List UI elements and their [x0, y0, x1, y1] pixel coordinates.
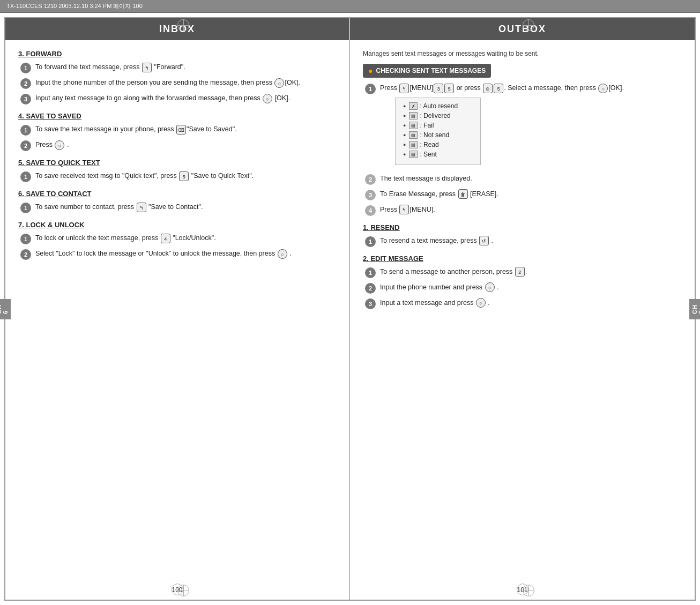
step-row: 1 To resend a text message, press ↺ .: [365, 236, 682, 247]
step-num-2: 2: [20, 249, 31, 260]
status-label: : Delivered: [420, 112, 450, 119]
status-icon-read: ▤: [409, 141, 418, 148]
step-row: 3 Input a text message and press ○ .: [365, 298, 682, 309]
step-row: 1 To save the text message in your phone…: [20, 124, 336, 136]
checking-sent-label: CHECKING SENT TEXT MESSAGES: [376, 67, 486, 74]
status-list-box: ✗ : Auto resend ▤ : Delivered ▤ : Fail: [395, 98, 481, 165]
status-icon-delivered: ▤: [409, 112, 418, 119]
ok-icon: ○: [263, 94, 272, 103]
step-text: Press ↰[MENU]35 or press ⊙5. Select a me…: [380, 83, 682, 93]
step-num-1: 1: [20, 171, 31, 182]
section-save-saved: 4. SAVE TO SAVED: [18, 112, 336, 120]
status-item: ▤ : Fail: [403, 122, 473, 129]
step-num-1: 1: [20, 203, 31, 213]
lock-icon: 4: [161, 234, 170, 243]
status-icon-fail: ▤: [409, 122, 418, 129]
step-num-2: 2: [20, 140, 31, 151]
edit-message-steps: 1 To send a message to another person, p…: [365, 267, 682, 309]
step-text: Select "Lock" to lock the message or "Un…: [35, 249, 336, 259]
section-save-quick: 5. SAVE TO QUICK TEXT: [18, 159, 336, 167]
status-label: : Auto resend: [420, 102, 458, 110]
ok-icon: ○: [274, 78, 284, 88]
save-saved-steps: 1 To save the text message in your phone…: [20, 124, 336, 151]
top-bar: TX-110CCES 1210 2003.12.10 3:24 PM 페이지 1…: [0, 0, 700, 13]
step-text: To send a message to another person, pre…: [380, 267, 682, 277]
section-resend: 1. RESEND: [363, 223, 682, 231]
forward-icon: ↰: [142, 63, 152, 72]
status-item: ▤ : Read: [403, 141, 473, 148]
main-area: CH6 INBOX 3. FORWARD 1 To forward the te…: [4, 17, 696, 601]
left-side-tab: CH6: [0, 299, 11, 319]
resend-icon: ↺: [479, 236, 489, 245]
status-item: ▤ : Not send: [403, 131, 473, 139]
step-row: 3 Input any text message to go along wit…: [20, 93, 336, 104]
step-row: 1 To save received text msg to "Quick te…: [20, 171, 336, 182]
step-text: Input any text message to go along with …: [35, 93, 336, 103]
step-text: To save number to contact, press ↰ "Save…: [35, 202, 336, 212]
contact-icon: ↰: [137, 203, 146, 212]
status-icon-sent: ▤: [409, 151, 418, 158]
step-text: To save received text msg to "Quick text…: [35, 171, 336, 181]
send-icon: 2: [515, 267, 525, 277]
step-num-3: 3: [365, 298, 376, 309]
step-num-1: 1: [20, 63, 31, 73]
outbox-subtitle: Manages sent text messages or messages w…: [363, 50, 682, 57]
section-save-contact: 6. SAVE TO CONTACT: [18, 190, 336, 198]
step-row: 1 To lock or unlock the text message, pr…: [20, 233, 336, 244]
step-num-2: 2: [365, 174, 376, 185]
step-num-2: 2: [20, 78, 31, 89]
forward-steps: 1 To forward the text message, press ↰ "…: [20, 62, 336, 104]
save-quick-steps: 1 To save received text msg to "Quick te…: [20, 171, 336, 182]
checking-steps: 1 Press ↰[MENU]35 or press ⊙5. Select a …: [365, 83, 682, 216]
step-row: 2 Select "Lock" to lock the message or "…: [20, 249, 336, 260]
erase-icon: 🗑: [458, 189, 468, 199]
step-text: To Erase Message, press 🗑 [ERASE].: [380, 189, 682, 199]
step-row: 2 Press ○ .: [20, 140, 336, 151]
status-item: ✗ : Auto resend: [403, 102, 473, 110]
step-text: Input the phone number of the person you…: [35, 78, 336, 88]
step-row: 2 The text message is displayed.: [365, 174, 682, 185]
resend-steps: 1 To resend a text message, press ↺ .: [365, 236, 682, 247]
btn-icon4: 5: [494, 84, 503, 93]
inbox-page: CH6 INBOX 3. FORWARD 1 To forward the te…: [5, 18, 350, 600]
step-row: 2 Input the phone number and press ○ .: [365, 282, 682, 294]
step-num-1: 1: [365, 267, 376, 278]
step-text: To forward the text message, press ↰ "Fo…: [35, 62, 336, 72]
outbox-page: CH6 OUTBOX Manages sent text messages or…: [350, 18, 695, 600]
menu-icon: ↰: [399, 84, 409, 93]
step-num-1: 1: [20, 125, 31, 136]
status-item: ▤ : Sent: [403, 151, 473, 158]
step-row: 3 To Erase Message, press 🗑 [ERASE].: [365, 189, 682, 200]
step-text: The text message is displayed.: [380, 174, 682, 184]
outbox-content: Manages sent text messages or messages w…: [350, 40, 695, 579]
ok-icon: ○: [476, 298, 486, 308]
status-label: : Not send: [420, 131, 449, 139]
step-text: To lock or unlock the text message, pres…: [35, 233, 336, 243]
ok-icon: ○: [598, 84, 608, 93]
step-text: To save the text message in your phone, …: [35, 124, 336, 135]
step-num-2: 2: [365, 283, 376, 294]
status-label: : Sent: [420, 151, 436, 158]
step-text: Input the phone number and press ○ .: [380, 282, 682, 293]
step-1-container: Press ↰[MENU]35 or press ⊙5. Select a me…: [380, 83, 682, 169]
status-icon-notsend: ▤: [409, 131, 418, 139]
step-num-1: 1: [365, 84, 376, 94]
lock-unlock-steps: 1 To lock or unlock the text message, pr…: [20, 233, 336, 260]
step-row: 1 To save number to contact, press ↰ "Sa…: [20, 202, 336, 213]
step-row: 2 Input the phone number of the person y…: [20, 78, 336, 89]
step-row: 1 To send a message to another person, p…: [365, 267, 682, 278]
step-num-3: 3: [20, 94, 31, 104]
step-text: Press ↰[MENU].: [380, 205, 682, 215]
outbox-header: OUTBOX: [350, 18, 695, 40]
step-text: Input a text message and press ○ .: [380, 298, 682, 308]
status-icon-auto: ✗: [409, 102, 418, 110]
step-row: 1 Press ↰[MENU]35 or press ⊙5. Select a …: [365, 83, 682, 169]
step-num-1: 1: [20, 234, 31, 244]
step-num-3: 3: [365, 190, 376, 200]
section-lock-unlock: 7. LOCK & UNLOCK: [18, 221, 336, 229]
status-label: : Fail: [420, 122, 434, 129]
right-side-tab: CH6: [689, 299, 700, 319]
menu-icon2: ↰: [399, 205, 409, 214]
checking-sent-box: CHECKING SENT TEXT MESSAGES: [363, 64, 491, 78]
section-forward: 3. FORWARD: [18, 50, 336, 58]
